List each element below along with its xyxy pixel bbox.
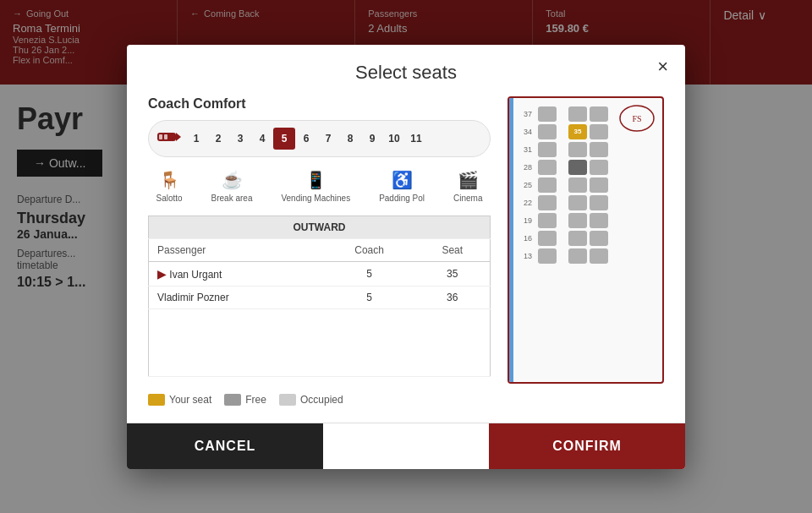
- legend-occupied: Occupied: [279, 394, 343, 406]
- svg-rect-2: [159, 134, 162, 139]
- modal-left-panel: Coach Comfort 1 2 3 4 5: [148, 96, 491, 418]
- seat-row-19: 19: [520, 213, 658, 228]
- occupied-label: Occupied: [300, 394, 343, 406]
- cinema-label: Cinema: [453, 194, 482, 203]
- free-label: Free: [245, 394, 266, 406]
- seat-map: FS 37 34: [508, 96, 664, 384]
- passenger-2-coach: 5: [324, 286, 415, 308]
- seat-17[interactable]: [568, 231, 587, 246]
- break-area-icon: ☕: [222, 170, 243, 190]
- seat-26[interactable]: [568, 177, 587, 193]
- seat-21[interactable]: [590, 213, 608, 228]
- row-num: 13: [520, 252, 535, 260]
- train-icon: [157, 129, 181, 148]
- seat-22[interactable]: [538, 195, 557, 210]
- seat-28[interactable]: [538, 160, 557, 175]
- seat-16[interactable]: [538, 231, 557, 246]
- col-coach: Coach: [324, 238, 415, 261]
- salotto-icon: 🪑: [159, 170, 180, 190]
- table-row: Vladimir Pozner 5 36: [149, 286, 491, 308]
- car-10[interactable]: 10: [383, 128, 405, 150]
- cinema-icon: 🎬: [458, 170, 479, 190]
- car-1[interactable]: 1: [185, 128, 207, 150]
- cancel-button[interactable]: CANCEL: [127, 423, 323, 469]
- seat-13[interactable]: [538, 248, 557, 264]
- car-5[interactable]: 5: [273, 128, 295, 150]
- row-num: 37: [520, 110, 535, 118]
- amenities-bar: 🪑 Salotto ☕ Break area 📱 Vending Machine…: [148, 170, 491, 203]
- your-seat-label: Your seat: [169, 394, 211, 406]
- car-8[interactable]: 8: [339, 128, 361, 150]
- car-11[interactable]: 11: [405, 128, 427, 150]
- seat-20[interactable]: [568, 213, 587, 228]
- car-6[interactable]: 6: [295, 128, 317, 150]
- row-num: 16: [520, 234, 535, 243]
- svg-text:FS: FS: [632, 114, 641, 123]
- seat-25[interactable]: [538, 177, 557, 193]
- seat-14[interactable]: [568, 248, 587, 264]
- car-4[interactable]: 4: [251, 128, 273, 150]
- free-box: [224, 394, 241, 406]
- seat-row-25: 25: [520, 177, 658, 193]
- col-seat: Seat: [414, 238, 490, 261]
- seat-32[interactable]: [568, 142, 587, 157]
- row-num: 31: [520, 145, 535, 154]
- seat-row-13: 13: [520, 248, 658, 264]
- current-indicator: ▶: [157, 267, 167, 281]
- modal-overlay: Select seats × Coach Comfort: [0, 0, 812, 513]
- row-num: 28: [520, 163, 535, 172]
- row-num: 22: [520, 199, 535, 207]
- seat-map-panel: FS 37 34: [508, 96, 664, 418]
- passenger-1-seat: 35: [414, 261, 490, 286]
- accessibility-label: Padding Pol: [379, 194, 425, 203]
- passenger-2-seat: 36: [414, 286, 490, 308]
- car-9[interactable]: 9: [361, 128, 383, 150]
- outward-header: OUTWARD: [149, 216, 491, 238]
- modal-body: Coach Comfort 1 2 3 4 5: [127, 96, 685, 418]
- seat-15[interactable]: [590, 248, 608, 264]
- salotto-label: Salotto: [156, 194, 182, 203]
- outward-table: OUTWARD Passenger Coach Seat ▶ Ivan Urga…: [148, 216, 491, 377]
- seat-29[interactable]: [568, 160, 587, 175]
- amenity-salotto: 🪑 Salotto: [156, 170, 182, 203]
- row-num: 34: [520, 128, 535, 136]
- seat-legend: Your seat Free Occupied: [148, 390, 491, 418]
- seat-18[interactable]: [590, 231, 608, 246]
- amenity-accessibility: ♿ Padding Pol: [379, 170, 425, 203]
- car-3[interactable]: 3: [229, 128, 251, 150]
- table-row: ▶ Ivan Urgant 5 35: [149, 261, 491, 286]
- seat-37R[interactable]: [568, 106, 587, 122]
- seat-35[interactable]: 35: [568, 124, 587, 139]
- car-selector: 1 2 3 4 5 6 7 8 9 10 11: [148, 120, 491, 157]
- seat-34[interactable]: [538, 124, 557, 139]
- row-num: 19: [520, 216, 535, 225]
- seat-row-31: 31: [520, 142, 658, 157]
- modal-title: Select seats: [355, 62, 457, 83]
- confirm-button[interactable]: CONFIRM: [489, 423, 685, 469]
- seat-33[interactable]: [590, 142, 608, 157]
- seat-row-28: 28: [520, 160, 658, 175]
- close-button[interactable]: ×: [657, 57, 668, 76]
- your-seat-box: [148, 394, 165, 406]
- seat-30[interactable]: [590, 160, 608, 175]
- seat-19[interactable]: [538, 213, 557, 228]
- seat-24[interactable]: [590, 195, 608, 210]
- seat-38[interactable]: [590, 106, 608, 122]
- accessibility-icon: ♿: [392, 170, 413, 190]
- seat-36[interactable]: [590, 124, 608, 139]
- coach-label: Coach Comfort: [148, 96, 491, 112]
- legend-your-seat: Your seat: [148, 394, 211, 406]
- col-passenger: Passenger: [149, 238, 324, 261]
- occupied-box: [279, 394, 296, 406]
- brand-logo: FS: [616, 102, 658, 136]
- seat-row-22: 22: [520, 195, 658, 210]
- seat-27[interactable]: [590, 177, 608, 193]
- footer-spacer: [323, 423, 489, 469]
- car-2[interactable]: 2: [207, 128, 229, 150]
- seat-23[interactable]: [568, 195, 587, 210]
- seat-31[interactable]: [538, 142, 557, 157]
- seat-37L[interactable]: [538, 106, 557, 122]
- car-7[interactable]: 7: [317, 128, 339, 150]
- modal-header: Select seats ×: [127, 45, 685, 96]
- passenger-1-coach: 5: [324, 261, 415, 286]
